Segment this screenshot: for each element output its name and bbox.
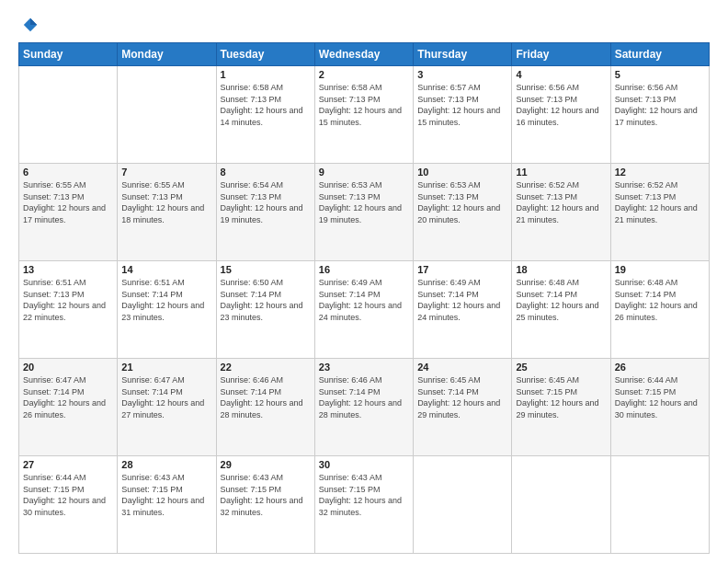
day-info: Sunrise: 6:49 AM Sunset: 7:14 PM Dayligh… [319, 277, 409, 323]
day-info: Sunrise: 6:54 AM Sunset: 7:13 PM Dayligh… [221, 179, 311, 225]
day-number: 25 [516, 362, 606, 373]
week-row-4: 20Sunrise: 6:47 AM Sunset: 7:14 PM Dayli… [19, 359, 710, 456]
svg-marker-1 [30, 18, 37, 25]
day-cell: 2Sunrise: 6:58 AM Sunset: 7:13 PM Daylig… [314, 66, 413, 164]
day-cell: 3Sunrise: 6:57 AM Sunset: 7:13 PM Daylig… [414, 66, 512, 164]
day-number: 2 [319, 69, 409, 80]
day-number: 16 [319, 264, 409, 275]
day-cell: 6Sunrise: 6:55 AM Sunset: 7:13 PM Daylig… [19, 164, 118, 261]
day-cell: 15Sunrise: 6:50 AM Sunset: 7:14 PM Dayli… [216, 261, 314, 359]
day-info: Sunrise: 6:51 AM Sunset: 7:14 PM Dayligh… [121, 277, 211, 323]
col-header-sunday: Sunday [19, 43, 118, 66]
day-number: 4 [516, 69, 606, 80]
day-cell: 11Sunrise: 6:52 AM Sunset: 7:13 PM Dayli… [512, 164, 610, 261]
week-row-5: 27Sunrise: 6:44 AM Sunset: 7:15 PM Dayli… [19, 456, 710, 554]
day-number: 24 [417, 362, 507, 373]
day-number: 17 [417, 264, 507, 275]
day-cell: 9Sunrise: 6:53 AM Sunset: 7:13 PM Daylig… [314, 164, 413, 261]
day-info: Sunrise: 6:56 AM Sunset: 7:13 PM Dayligh… [516, 82, 606, 128]
day-info: Sunrise: 6:55 AM Sunset: 7:13 PM Dayligh… [121, 179, 211, 225]
day-number: 8 [221, 167, 311, 178]
day-cell: 28Sunrise: 6:43 AM Sunset: 7:15 PM Dayli… [118, 456, 216, 554]
day-info: Sunrise: 6:45 AM Sunset: 7:15 PM Dayligh… [516, 374, 606, 420]
day-info: Sunrise: 6:58 AM Sunset: 7:13 PM Dayligh… [221, 82, 311, 128]
day-number: 15 [221, 264, 311, 275]
day-cell: 20Sunrise: 6:47 AM Sunset: 7:14 PM Dayli… [19, 359, 118, 456]
week-row-3: 13Sunrise: 6:51 AM Sunset: 7:13 PM Dayli… [19, 261, 710, 359]
day-number: 27 [23, 459, 113, 470]
day-info: Sunrise: 6:44 AM Sunset: 7:15 PM Dayligh… [23, 472, 113, 518]
col-header-monday: Monday [118, 43, 216, 66]
day-info: Sunrise: 6:48 AM Sunset: 7:14 PM Dayligh… [615, 277, 705, 323]
day-cell: 12Sunrise: 6:52 AM Sunset: 7:13 PM Dayli… [610, 164, 709, 261]
day-info: Sunrise: 6:44 AM Sunset: 7:15 PM Dayligh… [615, 374, 705, 420]
col-header-friday: Friday [512, 43, 610, 66]
day-cell: 26Sunrise: 6:44 AM Sunset: 7:15 PM Dayli… [610, 359, 709, 456]
calendar-header-row: SundayMondayTuesdayWednesdayThursdayFrid… [19, 43, 710, 66]
day-info: Sunrise: 6:47 AM Sunset: 7:14 PM Dayligh… [121, 374, 211, 420]
day-cell: 4Sunrise: 6:56 AM Sunset: 7:13 PM Daylig… [512, 66, 610, 164]
day-info: Sunrise: 6:43 AM Sunset: 7:15 PM Dayligh… [319, 472, 409, 518]
day-number: 18 [516, 264, 606, 275]
day-number: 6 [23, 167, 113, 178]
day-number: 7 [121, 167, 211, 178]
day-cell: 7Sunrise: 6:55 AM Sunset: 7:13 PM Daylig… [118, 164, 216, 261]
day-cell: 14Sunrise: 6:51 AM Sunset: 7:14 PM Dayli… [118, 261, 216, 359]
day-cell [414, 456, 512, 554]
day-info: Sunrise: 6:56 AM Sunset: 7:13 PM Dayligh… [615, 82, 705, 128]
day-cell: 25Sunrise: 6:45 AM Sunset: 7:15 PM Dayli… [512, 359, 610, 456]
day-info: Sunrise: 6:50 AM Sunset: 7:14 PM Dayligh… [221, 277, 311, 323]
day-number: 23 [319, 362, 409, 373]
day-cell [118, 66, 216, 164]
day-cell: 27Sunrise: 6:44 AM Sunset: 7:15 PM Dayli… [19, 456, 118, 554]
day-number: 29 [221, 459, 311, 470]
day-info: Sunrise: 6:48 AM Sunset: 7:14 PM Dayligh… [516, 277, 606, 323]
day-number: 14 [121, 264, 211, 275]
day-cell: 1Sunrise: 6:58 AM Sunset: 7:13 PM Daylig… [216, 66, 314, 164]
day-cell [512, 456, 610, 554]
day-cell: 22Sunrise: 6:46 AM Sunset: 7:14 PM Dayli… [216, 359, 314, 456]
day-info: Sunrise: 6:45 AM Sunset: 7:14 PM Dayligh… [417, 374, 507, 420]
day-cell: 13Sunrise: 6:51 AM Sunset: 7:13 PM Dayli… [19, 261, 118, 359]
logo [18, 17, 39, 33]
header [18, 17, 710, 33]
day-info: Sunrise: 6:49 AM Sunset: 7:14 PM Dayligh… [417, 277, 507, 323]
calendar-table: SundayMondayTuesdayWednesdayThursdayFrid… [18, 42, 710, 554]
day-cell: 17Sunrise: 6:49 AM Sunset: 7:14 PM Dayli… [414, 261, 512, 359]
day-number: 22 [221, 362, 311, 373]
day-info: Sunrise: 6:46 AM Sunset: 7:14 PM Dayligh… [221, 374, 311, 420]
day-number: 19 [615, 264, 705, 275]
day-info: Sunrise: 6:46 AM Sunset: 7:14 PM Dayligh… [319, 374, 409, 420]
day-info: Sunrise: 6:52 AM Sunset: 7:13 PM Dayligh… [516, 179, 606, 225]
day-cell [19, 66, 118, 164]
day-info: Sunrise: 6:43 AM Sunset: 7:15 PM Dayligh… [221, 472, 311, 518]
day-cell: 24Sunrise: 6:45 AM Sunset: 7:14 PM Dayli… [414, 359, 512, 456]
day-info: Sunrise: 6:43 AM Sunset: 7:15 PM Dayligh… [121, 472, 211, 518]
day-cell: 29Sunrise: 6:43 AM Sunset: 7:15 PM Dayli… [216, 456, 314, 554]
day-number: 28 [121, 459, 211, 470]
day-cell: 8Sunrise: 6:54 AM Sunset: 7:13 PM Daylig… [216, 164, 314, 261]
day-number: 20 [23, 362, 113, 373]
day-info: Sunrise: 6:47 AM Sunset: 7:14 PM Dayligh… [23, 374, 113, 420]
day-number: 13 [23, 264, 113, 275]
day-cell: 23Sunrise: 6:46 AM Sunset: 7:14 PM Dayli… [314, 359, 413, 456]
day-number: 1 [221, 69, 311, 80]
week-row-2: 6Sunrise: 6:55 AM Sunset: 7:13 PM Daylig… [19, 164, 710, 261]
col-header-tuesday: Tuesday [216, 43, 314, 66]
day-cell [610, 456, 709, 554]
col-header-wednesday: Wednesday [314, 43, 413, 66]
day-number: 10 [417, 167, 507, 178]
day-cell: 16Sunrise: 6:49 AM Sunset: 7:14 PM Dayli… [314, 261, 413, 359]
day-cell: 5Sunrise: 6:56 AM Sunset: 7:13 PM Daylig… [610, 66, 709, 164]
day-number: 5 [615, 69, 705, 80]
col-header-saturday: Saturday [610, 43, 709, 66]
day-info: Sunrise: 6:57 AM Sunset: 7:13 PM Dayligh… [417, 82, 507, 128]
week-row-1: 1Sunrise: 6:58 AM Sunset: 7:13 PM Daylig… [19, 66, 710, 164]
day-number: 3 [417, 69, 507, 80]
day-info: Sunrise: 6:55 AM Sunset: 7:13 PM Dayligh… [23, 179, 113, 225]
logo-icon [22, 17, 39, 33]
day-info: Sunrise: 6:51 AM Sunset: 7:13 PM Dayligh… [23, 277, 113, 323]
day-cell: 18Sunrise: 6:48 AM Sunset: 7:14 PM Dayli… [512, 261, 610, 359]
day-number: 9 [319, 167, 409, 178]
day-number: 30 [319, 459, 409, 470]
